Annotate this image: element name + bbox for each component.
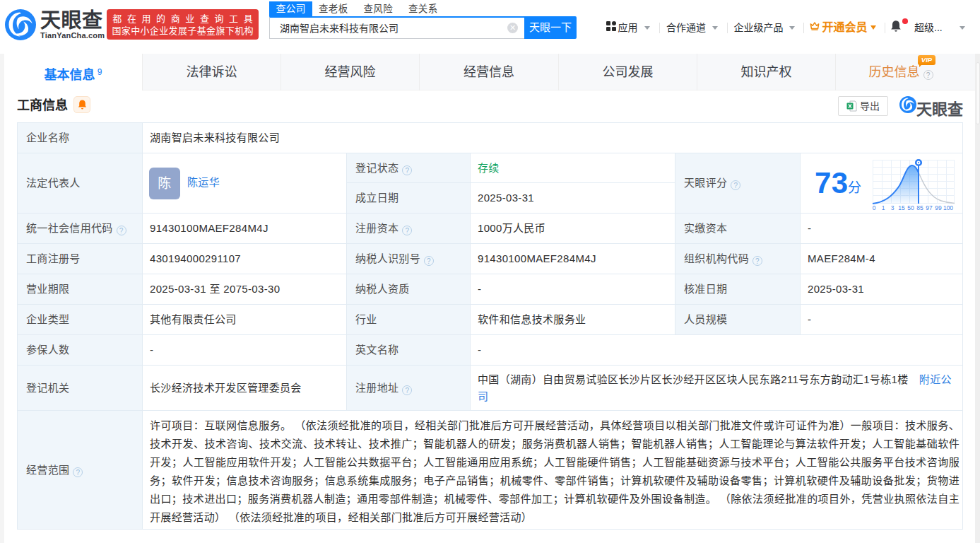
svg-text:1: 1 bbox=[882, 204, 885, 211]
svg-text:3: 3 bbox=[891, 204, 895, 211]
svg-text:0: 0 bbox=[873, 204, 876, 211]
svg-text:100: 100 bbox=[943, 204, 953, 211]
svg-text:15: 15 bbox=[898, 204, 905, 211]
svg-text:50: 50 bbox=[907, 204, 914, 211]
svg-text:97: 97 bbox=[926, 204, 933, 211]
svg-text:85: 85 bbox=[916, 204, 923, 211]
svg-text:99: 99 bbox=[935, 204, 942, 211]
